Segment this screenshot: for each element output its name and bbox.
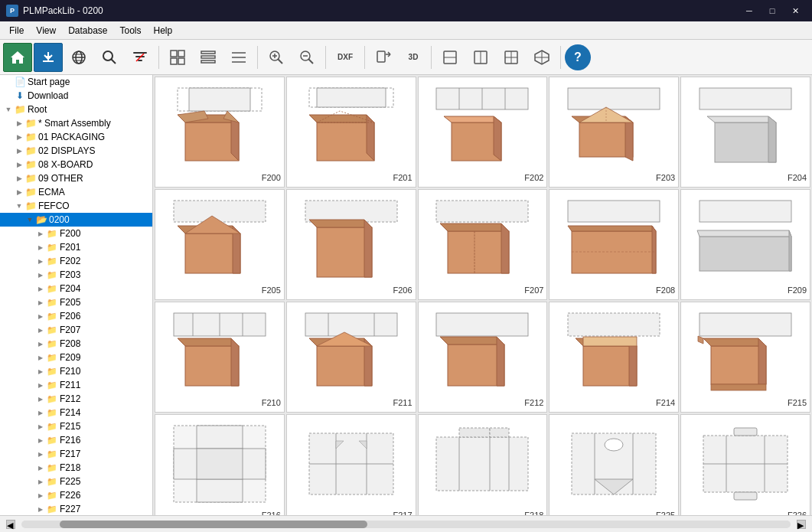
export-button[interactable] bbox=[369, 43, 398, 72]
view-front-button[interactable] bbox=[466, 43, 495, 72]
download-button[interactable] bbox=[34, 43, 63, 72]
grid-item-f208[interactable]: F208 bbox=[549, 189, 679, 300]
menu-file[interactable]: File bbox=[3, 24, 30, 38]
grid-item-f205[interactable]: F205 bbox=[155, 189, 285, 300]
grid-item-f217[interactable]: F217 bbox=[286, 414, 416, 515]
3d-button[interactable]: 3D bbox=[399, 43, 427, 72]
sidebar-item-f202[interactable]: ▶ 📁 F202 bbox=[0, 254, 152, 268]
view-side-button[interactable] bbox=[497, 43, 526, 72]
grid-item-f207[interactable]: F207 bbox=[418, 189, 548, 300]
xb-label: 08 X-BOARD bbox=[38, 159, 93, 170]
svg-rect-33 bbox=[377, 51, 385, 62]
sidebar-item-f226[interactable]: ▶ 📁 F226 bbox=[0, 488, 152, 502]
sidebar-item-f207[interactable]: ▶ 📁 F207 bbox=[0, 323, 152, 337]
grid-item-f218[interactable]: F218 bbox=[418, 414, 548, 515]
view-top-button[interactable] bbox=[435, 43, 465, 72]
sidebar-item-f206[interactable]: ▶ 📁 F206 bbox=[0, 309, 152, 323]
sidebar-item-other[interactable]: ▶ 📁 09 OTHER bbox=[0, 171, 152, 185]
sidebar-item-displays[interactable]: ▶ 📁 02 DISPLAYS bbox=[0, 144, 152, 158]
menu-database[interactable]: Database bbox=[62, 24, 113, 38]
sidebar-item-f225[interactable]: ▶ 📁 F225 bbox=[0, 475, 152, 488]
sidebar-item-0200[interactable]: ▼ 📂 0200 bbox=[0, 213, 152, 227]
home-button[interactable] bbox=[3, 43, 32, 72]
sidebar-item-f212[interactable]: ▶ 📁 F212 bbox=[0, 392, 152, 406]
layout1-button[interactable] bbox=[163, 43, 192, 72]
grid-item-f211[interactable]: F211 bbox=[286, 302, 416, 413]
search-button[interactable] bbox=[95, 43, 124, 72]
scroll-right-btn[interactable]: ▶ bbox=[797, 520, 806, 529]
svg-rect-77 bbox=[174, 201, 266, 222]
f207-label: F207 bbox=[524, 284, 543, 296]
grid-item-f226[interactable]: F226 bbox=[680, 414, 810, 515]
close-button[interactable]: ✕ bbox=[784, 2, 806, 19]
grid-item-f210[interactable]: F210 bbox=[155, 302, 285, 413]
grid-item-f225[interactable]: F225 bbox=[549, 414, 679, 515]
expander-xb: ▶ bbox=[14, 159, 24, 170]
menu-tools[interactable]: Tools bbox=[114, 24, 148, 38]
f0200-icon: 📂 bbox=[35, 214, 47, 225]
sidebar-item-ecma[interactable]: ▶ 📁 ECMA bbox=[0, 185, 152, 199]
sidebar-item-f208[interactable]: ▶ 📁 F208 bbox=[0, 337, 152, 351]
layout2-button[interactable] bbox=[194, 43, 223, 72]
sidebar-item-f214[interactable]: ▶ 📁 F214 bbox=[0, 406, 152, 419]
sidebar-item-download[interactable]: ⬇ Download bbox=[0, 89, 152, 103]
menu-view[interactable]: View bbox=[30, 24, 62, 38]
sidebar-item-f216[interactable]: ▶ 📁 F216 bbox=[0, 433, 152, 447]
sidebar-item-packaging[interactable]: ▶ 📁 01 PACKAGING bbox=[0, 130, 152, 144]
grid-item-f201[interactable]: F201 bbox=[286, 77, 416, 188]
filter-button[interactable] bbox=[126, 43, 155, 72]
maximize-button[interactable]: □ bbox=[761, 2, 783, 19]
grid-item-f206[interactable]: F206 bbox=[286, 189, 416, 300]
view-iso-button[interactable] bbox=[527, 43, 556, 72]
sidebar-item-f227[interactable]: ▶ 📁 F227 bbox=[0, 502, 152, 515]
scroll-left-btn[interactable]: ◀ bbox=[6, 520, 15, 529]
svg-rect-143 bbox=[459, 428, 490, 437]
sidebar-item-startpage[interactable]: 📄 Start page bbox=[0, 75, 152, 89]
svg-marker-125 bbox=[703, 338, 766, 346]
fefco-icon: 📁 bbox=[24, 201, 37, 211]
sep3 bbox=[325, 46, 326, 69]
svg-rect-97 bbox=[699, 237, 791, 271]
sidebar-item-f215[interactable]: ▶ 📁 F215 bbox=[0, 419, 152, 433]
sidebar-item-smart-assembly[interactable]: ▶ 📁 * Smart Assembly bbox=[0, 116, 152, 130]
grid-item-f214[interactable]: F214 bbox=[549, 302, 679, 413]
sidebar-item-f204[interactable]: ▶ 📁 F204 bbox=[0, 282, 152, 295]
sidebar-item-f217[interactable]: ▶ 📁 F217 bbox=[0, 447, 152, 461]
zoom-out-button[interactable] bbox=[292, 43, 321, 72]
grid-item-f215[interactable]: F215 bbox=[680, 302, 810, 413]
layout3-button[interactable] bbox=[224, 43, 253, 72]
web-button[interactable] bbox=[64, 43, 93, 72]
menu-help[interactable]: Help bbox=[148, 24, 179, 38]
grid-item-f200[interactable]: F200 bbox=[155, 77, 285, 188]
sidebar-item-f205[interactable]: ▶ 📁 F205 bbox=[0, 295, 152, 309]
sidebar-item-f211[interactable]: ▶ 📁 F211 bbox=[0, 378, 152, 392]
horizontal-scrollbar[interactable] bbox=[21, 521, 791, 528]
f215-drawing bbox=[684, 305, 807, 397]
sidebar-item-f209[interactable]: ▶ 📁 F209 bbox=[0, 351, 152, 364]
dxf-button[interactable]: DXF bbox=[330, 43, 360, 72]
grid-item-f203[interactable]: F203 bbox=[549, 77, 679, 188]
grid-item-f204[interactable]: F204 bbox=[680, 77, 810, 188]
f206-label: F206 bbox=[393, 284, 413, 296]
grid-item-f216[interactable]: F216 bbox=[155, 414, 285, 515]
sidebar-item-f200[interactable]: ▶ 📁 F200 bbox=[0, 227, 152, 240]
minimize-button[interactable]: ─ bbox=[739, 2, 760, 19]
sidebar-item-f201[interactable]: ▶ 📁 F201 bbox=[0, 240, 152, 254]
zoom-in-button[interactable] bbox=[262, 43, 291, 72]
svg-marker-75 bbox=[707, 116, 776, 122]
sidebar-item-root[interactable]: ▼ 📁 Root bbox=[0, 103, 152, 116]
f210-label: F210 bbox=[262, 397, 281, 409]
help-button[interactable]: ? bbox=[565, 44, 591, 70]
sidebar-item-f218[interactable]: ▶ 📁 F218 bbox=[0, 461, 152, 475]
f205-label: F205 bbox=[262, 284, 281, 296]
sidebar-item-f203[interactable]: ▶ 📁 F203 bbox=[0, 268, 152, 282]
sidebar-item-f210[interactable]: ▶ 📁 F210 bbox=[0, 364, 152, 378]
grid-item-f209[interactable]: F209 bbox=[680, 189, 810, 300]
sidebar-item-xboard[interactable]: ▶ 📁 08 X-BOARD bbox=[0, 158, 152, 171]
grid-item-f212[interactable]: F212 bbox=[418, 302, 548, 413]
svg-rect-55 bbox=[317, 88, 386, 107]
f211-label: F211 bbox=[393, 397, 413, 409]
download-icon: ⬇ bbox=[14, 90, 26, 101]
grid-item-f202[interactable]: F202 bbox=[418, 77, 548, 188]
sidebar-item-fefco[interactable]: ▼ 📁 FEFCO bbox=[0, 199, 152, 213]
